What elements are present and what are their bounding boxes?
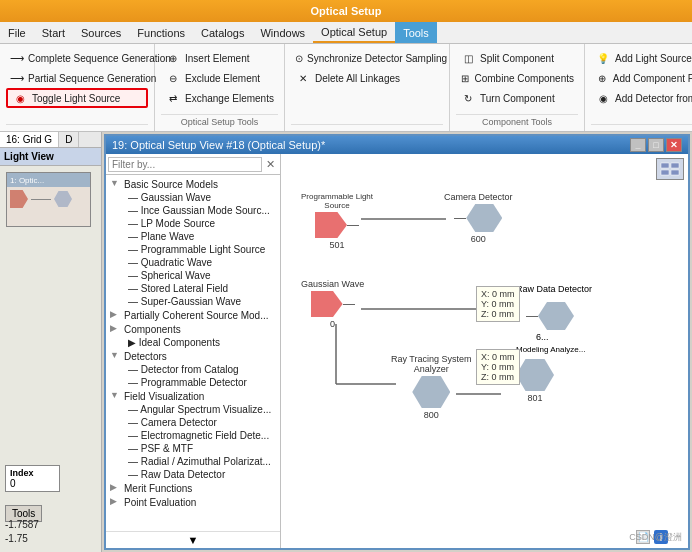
tree-item-stored-lateral[interactable]: — Stored Lateral Field <box>108 282 278 295</box>
ribbon-btn-add-detector[interactable]: ◉ Add Detector from... <box>591 88 692 108</box>
scroll-down-arrow[interactable]: ▼ <box>106 531 280 548</box>
tree-item-angular-spectrum[interactable]: — Angular Spectrum Visualize... <box>108 403 278 416</box>
restore-button[interactable]: □ <box>648 138 664 152</box>
tree-item-psf-mtf[interactable]: — PSF & MTF <box>108 442 278 455</box>
small-detector <box>54 191 72 207</box>
tooltip-modeling: X: 0 mm Y: 0 mm Z: 0 mm <box>476 349 520 385</box>
menu-catalogs[interactable]: Catalogs <box>193 22 252 43</box>
menu-sources[interactable]: Sources <box>73 22 129 43</box>
tree-item-quadratic-wave[interactable]: — Quadratic Wave <box>108 256 278 269</box>
ribbon-group-elements: ⊕ Insert Element ⊖ Exclude Element ⇄ Exc… <box>155 44 285 131</box>
expand-icon-4: ▼ <box>110 350 122 362</box>
left-tab-row: 16: Grid G D <box>0 132 101 148</box>
ribbon-group-label-1 <box>6 124 148 127</box>
tree-item-ideal-components[interactable]: ▶ Ideal Components <box>108 336 278 349</box>
ribbon-btn-exchange-elements[interactable]: ⇄ Exchange Elements <box>161 88 278 108</box>
tree-item-spherical-wave[interactable]: — Spherical Wave <box>108 269 278 282</box>
tree-item-super-gaussian[interactable]: — Super-Gaussian Wave <box>108 295 278 308</box>
ray-tracing-label: Ray Tracing SystemAnalyzer <box>391 354 472 374</box>
filter-close-button[interactable]: ✕ <box>262 156 278 172</box>
camera-detector-label: Camera Detector <box>444 192 513 202</box>
ray-tracing-id: 800 <box>424 410 439 420</box>
ribbon-btn-sync-detector[interactable]: ⊙ Synchronize Detector Sampling <box>291 48 443 68</box>
gaussian-wave-label: Gaussian Wave <box>301 279 364 289</box>
ribbon-btn-split-component[interactable]: ◫ Split Component <box>456 48 578 68</box>
minimize-button[interactable]: _ <box>630 138 646 152</box>
menu-functions[interactable]: Functions <box>129 22 193 43</box>
menu-optical-setup[interactable]: Optical Setup <box>313 22 395 43</box>
left-tab-d[interactable]: D <box>59 132 79 147</box>
svg-rect-5 <box>661 163 669 168</box>
small-optical-view[interactable]: 1: Optic... <box>6 172 91 227</box>
tree-partially-coherent[interactable]: ▶ Partially Coherent Source Mod... <box>108 308 278 322</box>
inner-title-controls: _ □ ✕ <box>630 138 682 152</box>
raw-data-shape[interactable] <box>526 302 574 330</box>
component-modeling-analyzer[interactable]: 801 Modeling Analyze... <box>516 359 554 403</box>
tree-item-radial-azimuthal[interactable]: — Radial / Azimuthal Polarizat... <box>108 455 278 468</box>
ribbon-btn-toggle-light-source[interactable]: ◉ Toggle Light Source <box>6 88 148 108</box>
inner-window-title: 19: Optical Setup View #18 (Optical Setu… <box>112 139 325 151</box>
component-ray-tracing[interactable]: Ray Tracing SystemAnalyzer 800 <box>391 354 472 420</box>
component-programmable-light[interactable]: Programmable LightSource 501 <box>301 192 373 250</box>
tree-basic-source-models[interactable]: ▼ Basic Source Models <box>108 177 278 191</box>
menu-windows[interactable]: Windows <box>252 22 313 43</box>
ribbon-btn-complete-sequence[interactable]: ⟶ Complete Sequence Generation <box>6 48 148 68</box>
left-tab-grid[interactable]: 16: Grid G <box>0 132 59 147</box>
prog-light-label: Programmable LightSource <box>301 192 373 210</box>
ribbon: ⟶ Complete Sequence Generation ⟶ Partial… <box>0 44 692 132</box>
tree-item-detector-catalog[interactable]: — Detector from Catalog <box>108 363 278 376</box>
tree-point-evaluation[interactable]: ▶ Point Evaluation <box>108 495 278 509</box>
watermark: CSDN@澄洲 <box>629 531 682 544</box>
tree-item-plane-wave[interactable]: — Plane Wave <box>108 230 278 243</box>
tree-field-visualization[interactable]: ▼ Field Visualization <box>108 389 278 403</box>
tree-merit-functions[interactable]: ▶ Merit Functions <box>108 481 278 495</box>
tree-item-em-field[interactable]: — Electromagnetic Field Dete... <box>108 429 278 442</box>
ribbon-group-label-2: Optical Setup Tools <box>161 114 278 127</box>
ribbon-group-add: 💡 Add Light Source ⊕ Add Component Fr...… <box>585 44 692 131</box>
component-gaussian-wave[interactable]: Gaussian Wave 0 <box>301 279 364 329</box>
grid-icon <box>659 161 681 177</box>
insert-element-icon: ⊕ <box>165 50 181 66</box>
grid-thumbnail[interactable] <box>656 158 684 180</box>
ribbon-group-components: ◫ Split Component ⊞ Combine Components ↻… <box>450 44 585 131</box>
field-viz-label: Field Visualization <box>124 391 204 402</box>
inner-title-bar: 19: Optical Setup View #18 (Optical Setu… <box>106 136 688 154</box>
canvas-area[interactable]: Programmable LightSource 501 Camera Dete… <box>281 154 688 548</box>
combine-components-icon: ⊞ <box>460 70 471 86</box>
ribbon-btn-combine-components[interactable]: ⊞ Combine Components <box>456 68 578 88</box>
ribbon-btn-add-component[interactable]: ⊕ Add Component Fr... <box>591 68 692 88</box>
tree-item-programmable-detector[interactable]: — Programmable Detector <box>108 376 278 389</box>
ribbon-btn-delete-linkages[interactable]: ✕ Delete All Linkages <box>291 68 443 88</box>
tree-item-ince-gaussian[interactable]: — Ince Gaussian Mode Sourc... <box>108 204 278 217</box>
ribbon-btn-turn-component[interactable]: ↻ Turn Component <box>456 88 578 108</box>
component-camera-detector[interactable]: Camera Detector 600 <box>444 192 513 244</box>
ribbon-btn-partial-sequence[interactable]: ⟶ Partial Sequence Generation <box>6 68 148 88</box>
prog-light-id: 501 <box>330 240 345 250</box>
menu-file[interactable]: File <box>0 22 34 43</box>
small-source <box>10 190 28 208</box>
camera-icon <box>466 204 502 232</box>
tree-item-lp-mode[interactable]: — LP Mode Source <box>108 217 278 230</box>
camera-connector <box>454 218 466 219</box>
tooltip-mz: Z: 0 mm <box>481 372 515 382</box>
svg-rect-6 <box>671 163 679 168</box>
gaussian-wave-id: 0 <box>330 319 335 329</box>
tree-panel: ✕ ▼ Basic Source Models — Gaussian Wave … <box>106 154 281 548</box>
tree-detectors[interactable]: ▼ Detectors <box>108 349 278 363</box>
index-box: Index 0 <box>5 465 60 492</box>
tree-components[interactable]: ▶ Components <box>108 322 278 336</box>
small-line <box>31 199 51 200</box>
tree-item-raw-data[interactable]: — Raw Data Detector <box>108 468 278 481</box>
tree-item-camera-detector[interactable]: — Camera Detector <box>108 416 278 429</box>
close-button[interactable]: ✕ <box>666 138 682 152</box>
tree-item-gaussian-wave[interactable]: — Gaussian Wave <box>108 191 278 204</box>
complete-sequence-icon: ⟶ <box>10 50 24 66</box>
menu-tools[interactable]: Tools <box>395 22 437 43</box>
tree-item-programmable-light[interactable]: — Programmable Light Source <box>108 243 278 256</box>
menu-start[interactable]: Start <box>34 22 73 43</box>
ribbon-btn-insert-element[interactable]: ⊕ Insert Element <box>161 48 278 68</box>
tooltip-y: Y: 0 mm <box>481 299 515 309</box>
filter-input[interactable] <box>108 157 262 172</box>
ribbon-btn-exclude-element[interactable]: ⊖ Exclude Element <box>161 68 278 88</box>
ribbon-btn-add-light-source[interactable]: 💡 Add Light Source <box>591 48 692 68</box>
